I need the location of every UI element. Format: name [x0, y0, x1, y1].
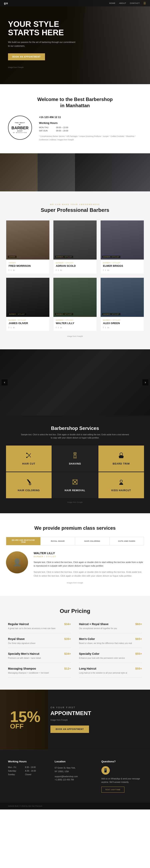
about-features: * Complimentary Barber Service * Gift Pa… [39, 135, 142, 141]
service-beard[interactable]: Beard Trim [99, 445, 144, 472]
hero-subtitle: We build our passion for the art of barb… [8, 40, 76, 48]
premium-tab-beard[interactable]: BEARD AND MUSTACHE TRIM [6, 537, 40, 545]
service-removal-label: Hair Removal [65, 489, 85, 492]
footer-info: Working Hours Mon - Fri: 8:30 - 19:00 Sa… [0, 750, 150, 803]
nav-link-home[interactable]: Home [109, 2, 115, 4]
premium-content: 👤 WALTER LILLY BARBER / STYLIST Sample t… [6, 551, 144, 578]
about-hours-title: Working Hours [39, 121, 142, 124]
service-coloring-label: Hair Coloring [18, 489, 40, 492]
hero-title: YOUR STYLE STARTS HERE [8, 20, 76, 37]
barber-card-6: BARBER / STYLIST BARBER / STYLIST ALEX G… [101, 278, 144, 331]
footer-email: support@barbershop.com [54, 775, 95, 778]
nav-menu-icon[interactable]: ☰ [143, 2, 146, 5]
barbers-section: WE CAN MAKE YOUR AWESOMENESS Super Profe… [0, 191, 150, 349]
barber-name-1: FRED MORRISON [9, 265, 47, 267]
service-kids[interactable]: Kids Haircut [99, 472, 144, 498]
pricing-item-3: Royal Shave $35+ Our three step signatur… [8, 637, 71, 648]
pricing-item-8: Long Haircut $55+ Long haircut is the so… [79, 667, 142, 678]
premium-tab-cuts[interactable]: CUTS AND FADES [109, 537, 144, 545]
premium-avatar: 👤 [6, 551, 28, 574]
service-removal[interactable]: Hair Removal [52, 472, 98, 498]
footer-questions-title: Questions? [101, 760, 142, 763]
footer-hours-title: Working Hours [8, 760, 49, 763]
book-appointment-button[interactable]: BOOK AN APPOINTMENT [8, 53, 45, 60]
premium-tab-coloring[interactable]: HAIR COLORING [75, 537, 109, 545]
discount-section: 15% OFF ON YOUR FIRST APPOINTMENT Image … [0, 690, 150, 750]
hours-row-1: MON-THU 09:00 – 22:00 [39, 126, 142, 129]
premium-tab-shave[interactable]: ROYAL SHAVE [40, 537, 75, 545]
whatsapp-icon: 📱 [103, 768, 108, 773]
about-phone: +1h 123 456 12 11 [39, 116, 142, 119]
footer-wa-button[interactable]: TEXT ANYTIME [101, 787, 124, 793]
slider-arrow-left[interactable]: ‹ [2, 379, 8, 385]
nav-link-about[interactable]: About [119, 2, 126, 4]
barber-social-1: f t in [9, 269, 47, 271]
premium-title: We provide premium class services [6, 525, 144, 531]
services-credit: Image from Google [6, 501, 144, 503]
barber-social-3: f t in [103, 269, 141, 271]
pricing-section: Our Pricing Regular Haircut $34+ A great… [0, 596, 150, 690]
discount-right: ON YOUR FIRST APPOINTMENT Image from Fre… [44, 706, 140, 733]
barber-role-4: BARBER / STYLIST [9, 319, 47, 321]
hero-image-credit: Image from Freepik [8, 66, 76, 68]
pricing-desc-8: Long haircut is the solution to all your… [79, 672, 142, 674]
svg-point-6 [30, 484, 30, 485]
nav-link-contact[interactable]: Contact [130, 2, 140, 4]
barber-card-4: BARBER / STYLIST BARBER / STYLIST JAMES … [6, 278, 49, 331]
barber-role-6: BARBER / STYLIST [103, 319, 141, 321]
discount-book-button[interactable]: BOOK AN APPOINTMENT [50, 725, 89, 733]
barber-social-2: f t in [56, 269, 94, 271]
pricing-name-5: Specialty Men's Haircut [8, 652, 39, 655]
footer-phone: +1 (800) 123 456 789 [54, 779, 95, 781]
footer-questions-text: Add us on WhatsApp & send your message a… [101, 777, 142, 784]
gallery-item-3 [75, 153, 113, 191]
pricing-desc-3: Our three step signature shave [8, 642, 71, 645]
premium-desc2: Sample text. Click to select the text bo… [34, 570, 144, 578]
pricing-item-5: Specialty Men's Haircut $34+ Premium cut… [8, 652, 71, 663]
barber-role-3: BARBER / STYLIST [103, 262, 141, 264]
premium-person-name: WALTER LILLY [34, 551, 144, 555]
barber-social-4: f t in [9, 326, 47, 329]
gallery-item-4 [113, 153, 150, 191]
slider-section: ‹ › [0, 349, 150, 415]
footer-bottom-text: Website Built. © 2019 by Wix Get Premium [8, 805, 42, 807]
svg-rect-2 [74, 453, 76, 454]
service-haircut[interactable]: Hair Cut [6, 445, 51, 472]
barbers-credit: Image from Freepik [6, 335, 144, 337]
barber-role-1: OWNER [9, 262, 47, 264]
pricing-desc-7: Massaging shampoo + conditioner + hot to… [8, 672, 71, 674]
barber-card-3: BARBER / STYLIST BARBER / STYLIST ELMER … [101, 220, 144, 274]
premium-section: We provide premium class services BEARD … [0, 513, 150, 596]
pricing-name-2: Haircut + Royal Shave [79, 622, 108, 626]
footer-location-col: Location 57 Green St, New York, NY 10001… [54, 760, 95, 793]
barber-social-5: f t in [56, 326, 94, 329]
services-grid: Hair Cut Shaving Beard Trim [6, 445, 144, 498]
removal-icon [71, 478, 79, 487]
nav-logo: go [4, 2, 8, 5]
pricing-price-4: $65+ [135, 637, 142, 641]
pricing-desc-2: Our exceptional service all together for… [79, 627, 142, 630]
pricing-desc-6: Enhance your look with the permanent col… [79, 657, 142, 659]
service-shaving[interactable]: Shaving [52, 445, 98, 472]
gallery-strip [0, 153, 150, 191]
pricing-item-1: Regular Haircut $34+ A great hair cut is… [8, 622, 71, 633]
hero-section: YOUR STYLE STARTS HERE We build our pass… [0, 0, 150, 84]
pricing-name-6: Specialty Color [79, 652, 100, 655]
premium-person-role: BARBER / STYLIST [34, 556, 144, 558]
barber-name-3: ELMER BRIGGS [103, 265, 141, 267]
pricing-name-7: Massaging Shampoo [8, 667, 36, 670]
slider-arrow-right[interactable]: › [142, 379, 148, 385]
beard-icon [118, 452, 125, 460]
footer-address: 57 Green St, New York, NY 10001, USA [54, 766, 95, 773]
pricing-price-3: $35+ [64, 637, 71, 641]
whatsapp-icon-circle: 📱 [101, 766, 110, 775]
discount-sub: Image from Freepik [50, 719, 140, 721]
service-coloring[interactable]: Hair Coloring [6, 472, 51, 498]
discount-appointment: APPOINTMENT [50, 710, 140, 716]
services-section: Barbershop Services Sample text. Click t… [0, 415, 150, 513]
pricing-price-6: $55+ [135, 652, 142, 655]
footer-hours-row-3: Sunday: Closed [8, 773, 49, 776]
barber-name-4: JAMES OLIVER [9, 322, 47, 325]
pricing-item-6: Specialty Color $55+ Enhance your look w… [79, 652, 142, 663]
kids-icon [118, 478, 125, 487]
